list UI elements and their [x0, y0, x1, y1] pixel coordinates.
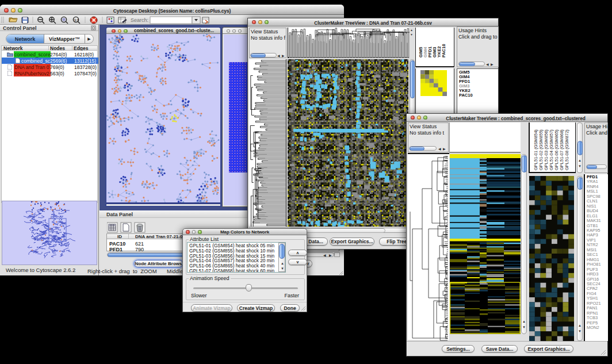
svg-text:1:1: 1:1 [74, 18, 79, 22]
svg-text:Search:: Search: [131, 17, 148, 23]
